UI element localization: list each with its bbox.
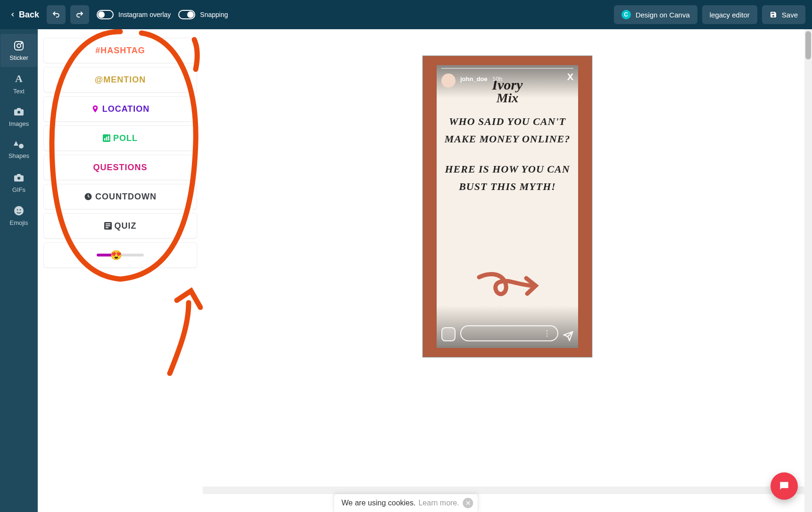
rail-label: GIFs xyxy=(12,186,25,193)
svg-point-1 xyxy=(17,44,21,48)
svg-point-6 xyxy=(17,177,20,180)
message-input-mock: ⋮ xyxy=(460,325,558,341)
instagram-overlay-toggle[interactable] xyxy=(97,10,114,19)
sticker-label: LOCATION xyxy=(102,104,150,114)
save-icon xyxy=(770,11,777,18)
svg-rect-16 xyxy=(106,223,110,224)
back-button[interactable]: Back xyxy=(7,7,42,23)
scroll-thumb[interactable] xyxy=(805,31,811,59)
svg-point-9 xyxy=(20,209,21,210)
sticker-panel: #HASHTAG @MENTION LOCATION POLL QUESTION… xyxy=(38,29,203,512)
svg-point-5 xyxy=(19,144,24,149)
rail-label: Shapes xyxy=(8,152,29,159)
rail-label: Sticker xyxy=(9,54,28,61)
camera-icon xyxy=(13,106,25,117)
story-progress-bar xyxy=(441,68,573,69)
undo-button[interactable] xyxy=(47,5,66,24)
sticker-questions[interactable]: QUESTIONS xyxy=(43,155,197,180)
legacy-editor-label: legacy editor xyxy=(710,11,750,19)
story-overlay-bottom: ⋮ xyxy=(437,306,578,348)
rail-images[interactable]: Images xyxy=(0,100,37,133)
send-icon xyxy=(563,331,573,341)
close-icon: X xyxy=(567,72,573,83)
save-button[interactable]: Save xyxy=(762,5,805,24)
rail-shapes[interactable]: Shapes xyxy=(0,133,37,166)
snapping-label: Snapping xyxy=(200,11,228,18)
rail-label: Emojis xyxy=(9,219,28,226)
svg-rect-13 xyxy=(108,136,109,140)
design-on-canva-label: Design on Canva xyxy=(636,11,690,19)
cookie-learn-more-link[interactable]: Learn more. xyxy=(418,499,459,507)
story-text-1: Who said you can't make money online? xyxy=(437,104,578,148)
rail-emojis[interactable]: Emojis xyxy=(0,199,37,232)
story-overlay-top: john_doe 10h X xyxy=(437,65,578,98)
sticker-hashtag[interactable]: #HASHTAG xyxy=(43,38,197,63)
rail-text[interactable]: A Text xyxy=(0,67,37,100)
avatar xyxy=(441,74,456,88)
sticker-label: QUESTIONS xyxy=(93,163,147,173)
sticker-label: POLL xyxy=(113,133,138,143)
sticker-location[interactable]: LOCATION xyxy=(43,96,197,122)
camera-icon xyxy=(13,172,25,183)
sticker-poll[interactable]: POLL xyxy=(43,125,197,151)
more-icon: ⋮ xyxy=(543,329,552,338)
svg-point-7 xyxy=(14,206,24,215)
sticker-mention[interactable]: @MENTION xyxy=(43,67,197,92)
chart-icon xyxy=(103,134,110,142)
svg-rect-12 xyxy=(106,137,108,140)
camera-box-icon xyxy=(441,327,456,341)
story-username: john_doe xyxy=(460,75,488,83)
svg-rect-17 xyxy=(106,225,110,226)
svg-point-8 xyxy=(17,209,18,210)
instagram-overlay-label: Instagram overlay xyxy=(118,11,171,18)
svg-point-3 xyxy=(17,111,20,114)
rail-label: Images xyxy=(9,120,29,127)
svg-point-2 xyxy=(21,42,22,43)
cookie-banner: We are using cookies. Learn more. ✕ xyxy=(333,494,478,512)
horizontal-scrollbar[interactable] xyxy=(203,487,804,494)
chat-fab[interactable] xyxy=(771,472,798,500)
snapping-toggle[interactable] xyxy=(178,10,195,19)
sticker-emoji-slider[interactable]: 😍 xyxy=(43,242,197,268)
rail-label: Text xyxy=(13,88,25,95)
heart-eyes-emoji-icon: 😍 xyxy=(110,249,123,261)
rail-gifs[interactable]: GIFs xyxy=(0,166,37,199)
sticker-countdown[interactable]: COUNTDOWN xyxy=(43,184,197,209)
emoji-icon xyxy=(13,205,25,216)
story-content: Ivory Mix Who said you can't make money … xyxy=(437,65,578,348)
story-frame[interactable]: Ivory Mix Who said you can't make money … xyxy=(423,56,592,357)
list-icon xyxy=(104,222,112,230)
sticker-label: COUNTDOWN xyxy=(95,192,157,202)
shapes-icon xyxy=(13,140,25,149)
cookie-text: We are using cookies. xyxy=(341,499,415,507)
sticker-quiz[interactable]: QUIZ xyxy=(43,213,197,239)
instagram-icon xyxy=(13,40,25,51)
redo-button[interactable] xyxy=(70,5,89,24)
story-text-2: Here is how you can bust this myth! xyxy=(437,148,578,196)
sticker-label: @MENTION xyxy=(95,75,146,85)
legacy-editor-button[interactable]: legacy editor xyxy=(702,5,757,24)
sticker-label: QUIZ xyxy=(115,221,137,231)
chat-icon xyxy=(778,480,790,492)
pin-icon xyxy=(91,104,99,114)
rail-sticker[interactable]: Sticker xyxy=(0,34,37,67)
back-label: Back xyxy=(19,10,39,20)
chevron-left-icon xyxy=(9,11,16,18)
undo-icon xyxy=(52,10,60,19)
clock-icon xyxy=(84,192,92,201)
hand-arrow-icon xyxy=(474,268,540,306)
save-label: Save xyxy=(782,11,798,19)
vertical-scrollbar[interactable] xyxy=(804,29,812,512)
design-on-canva-button[interactable]: C Design on Canva xyxy=(614,5,697,24)
text-icon: A xyxy=(15,73,23,85)
svg-marker-4 xyxy=(14,141,18,146)
svg-rect-11 xyxy=(104,138,106,140)
sticker-label: #HASHTAG xyxy=(95,46,145,56)
canva-logo-icon: C xyxy=(621,10,631,19)
canvas-area[interactable]: Ivory Mix Who said you can't make money … xyxy=(203,29,812,512)
cookie-close-button[interactable]: ✕ xyxy=(463,498,473,508)
tool-rail: Sticker A Text Images Shapes GIFs Emojis xyxy=(0,29,38,512)
redo-icon xyxy=(75,10,84,19)
story-time: 10h xyxy=(492,75,503,83)
svg-rect-18 xyxy=(106,227,108,228)
